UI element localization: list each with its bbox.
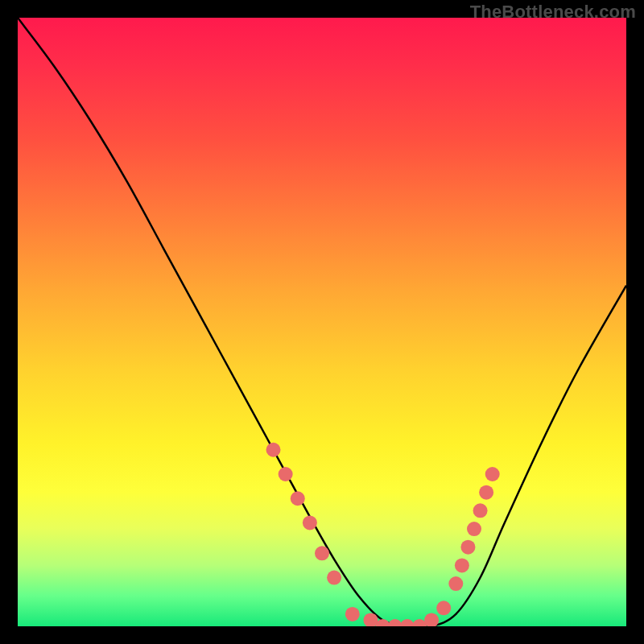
- data-point: [479, 485, 493, 500]
- data-point: [448, 576, 463, 591]
- data-markers: [266, 443, 500, 626]
- data-point: [327, 571, 341, 585]
- watermark-text: TheBottleneck.com: [470, 2, 636, 23]
- data-point: [315, 546, 329, 560]
- data-point: [345, 607, 360, 621]
- bottleneck-curve: [18, 18, 626, 626]
- data-point: [291, 491, 305, 506]
- data-point: [467, 522, 481, 536]
- data-point: [279, 467, 293, 481]
- data-point: [460, 540, 475, 555]
- data-point: [303, 515, 317, 530]
- data-point: [485, 467, 500, 481]
- chart-svg: [18, 18, 626, 626]
- data-point: [473, 503, 488, 518]
- data-point: [266, 443, 281, 457]
- data-point: [455, 558, 469, 572]
- chart-plot-area: [18, 18, 626, 626]
- data-point: [424, 613, 439, 626]
- data-point: [436, 601, 451, 615]
